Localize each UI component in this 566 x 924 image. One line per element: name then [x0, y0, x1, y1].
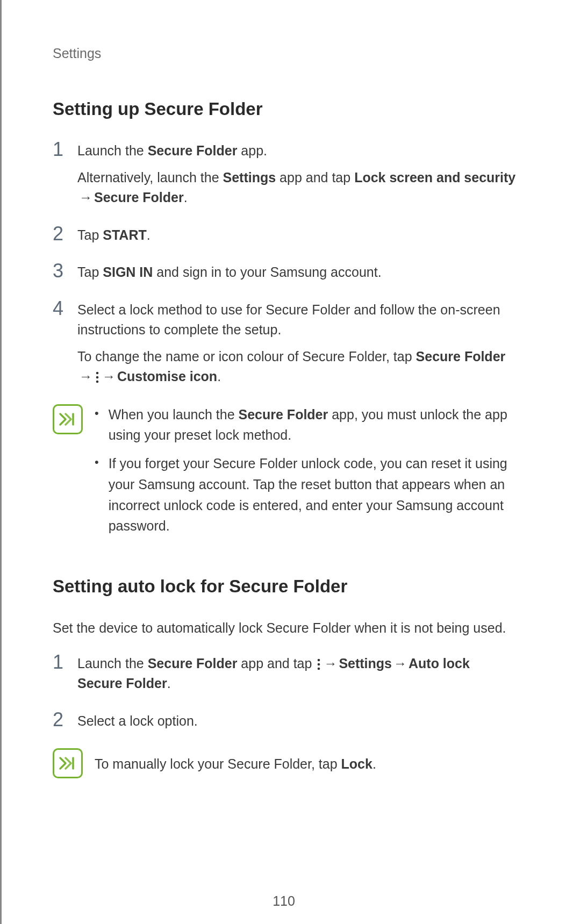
text: Alternatively, launch the	[77, 170, 223, 185]
text: Select a lock option.	[77, 711, 518, 732]
note-body: • When you launch the Secure Folder app,…	[95, 404, 518, 545]
text: Tap	[77, 264, 103, 280]
bold-text: Secure Folder	[148, 656, 238, 671]
step-number: 1	[53, 653, 68, 694]
text: .	[167, 676, 171, 691]
step-list-setup: 1 Launch the Secure Folder app. Alternat…	[53, 141, 518, 387]
section-heading-autolock: Setting auto lock for Secure Folder	[53, 576, 518, 597]
more-options-icon	[317, 658, 321, 671]
bold-text: Lock	[341, 756, 372, 771]
step-body: Launch the Secure Folder app. Alternativ…	[77, 141, 518, 208]
step-number: 2	[53, 224, 68, 246]
note-icon	[53, 748, 83, 778]
svg-point-1	[96, 376, 99, 379]
bold-text: Secure Folder	[148, 143, 238, 158]
text: app and tap	[237, 656, 316, 671]
bullet-dot: •	[95, 404, 99, 446]
text: If you forget your Secure Folder unlock …	[109, 453, 518, 536]
step-3: 3 Tap SIGN IN and sign in to your Samsun…	[53, 262, 518, 283]
step-2: 2 Select a lock option.	[53, 711, 518, 732]
more-options-icon	[95, 371, 99, 384]
text: When you launch the	[109, 407, 239, 422]
bullet-dot: •	[95, 453, 99, 536]
step-1: 1 Launch the Secure Folder app and tap →…	[53, 654, 518, 694]
svg-point-4	[318, 663, 320, 666]
text: .	[217, 369, 221, 384]
step-number: 3	[53, 261, 68, 283]
bold-text: Lock screen and security	[354, 170, 515, 185]
note-body: To manually lock your Secure Folder, tap…	[95, 748, 518, 778]
svg-point-0	[96, 372, 99, 375]
page-number: 110	[2, 893, 566, 909]
text: and sign in to your Samsung account.	[153, 264, 381, 280]
step-1: 1 Launch the Secure Folder app. Alternat…	[53, 141, 518, 208]
arrow-icon: →	[77, 188, 94, 208]
note-icon	[53, 404, 83, 434]
header-label: Settings	[53, 46, 518, 61]
step-list-autolock: 1 Launch the Secure Folder app and tap →…	[53, 654, 518, 732]
svg-point-5	[318, 668, 320, 670]
svg-point-2	[96, 381, 99, 383]
svg-point-3	[318, 659, 320, 662]
step-number: 2	[53, 710, 68, 732]
bold-text: START	[103, 227, 146, 242]
step-number: 1	[53, 140, 68, 208]
intro-text: Set the device to automatically lock Sec…	[53, 618, 518, 639]
text: app and tap	[276, 170, 354, 185]
text: Select a lock method to use for Secure F…	[77, 300, 518, 340]
arrow-icon: →	[101, 367, 117, 387]
text: Tap	[77, 227, 103, 242]
step-body: Tap SIGN IN and sign in to your Samsung …	[77, 262, 518, 283]
bold-text: SIGN IN	[103, 264, 153, 280]
text: .	[147, 227, 151, 242]
bold-text: Secure Folder	[94, 190, 184, 205]
step-body: Tap START.	[77, 225, 518, 246]
note-block: • When you launch the Secure Folder app,…	[53, 404, 518, 545]
step-body: Select a lock option.	[77, 711, 518, 732]
text: .	[372, 756, 376, 771]
arrow-icon: →	[392, 654, 409, 674]
bold-text: Settings	[223, 170, 276, 185]
arrow-icon: →	[77, 367, 94, 387]
page: Settings Setting up Secure Folder 1 Laun…	[0, 0, 566, 924]
text: To manually lock your Secure Folder, tap	[95, 756, 341, 771]
step-number: 4	[53, 299, 68, 387]
bold-text: Secure Folder	[416, 349, 506, 364]
bold-text: Settings	[339, 656, 392, 671]
bullet-item: • If you forget your Secure Folder unloc…	[95, 453, 518, 536]
bold-text: Secure Folder	[239, 407, 328, 422]
step-body: Select a lock method to use for Secure F…	[77, 300, 518, 387]
text: Launch the	[77, 143, 148, 158]
text: .	[184, 190, 188, 205]
section-heading-setup: Setting up Secure Folder	[53, 99, 518, 119]
step-body: Launch the Secure Folder app and tap →Se…	[77, 654, 518, 694]
bullet-list: • When you launch the Secure Folder app,…	[95, 404, 518, 537]
text: To change the name or icon colour of Sec…	[77, 349, 416, 364]
text: Launch the	[77, 656, 148, 671]
note-block: To manually lock your Secure Folder, tap…	[53, 748, 518, 778]
bold-text: Customise icon	[117, 369, 217, 384]
text: app.	[237, 143, 267, 158]
step-2: 2 Tap START.	[53, 225, 518, 246]
arrow-icon: →	[322, 654, 339, 674]
bullet-item: • When you launch the Secure Folder app,…	[95, 404, 518, 446]
step-4: 4 Select a lock method to use for Secure…	[53, 300, 518, 387]
